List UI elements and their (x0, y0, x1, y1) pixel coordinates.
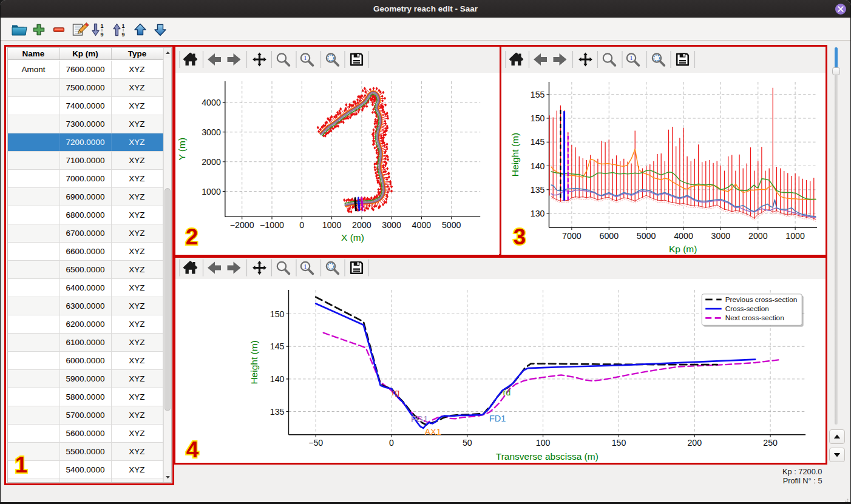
svg-text:4: 4 (186, 437, 199, 461)
svg-text:rd: rd (503, 387, 511, 397)
svg-text:1: 1 (121, 23, 124, 29)
svg-text:130: 130 (530, 209, 544, 218)
svg-text:1000: 1000 (322, 220, 342, 229)
svg-text:FD1: FD1 (489, 413, 506, 423)
svg-text:1: 1 (304, 55, 307, 61)
svg-text:145: 145 (270, 341, 285, 351)
svg-text:140: 140 (530, 161, 544, 170)
svg-text:5000: 5000 (442, 220, 461, 229)
svg-text:−1000: −1000 (260, 220, 284, 229)
svg-text:1: 1 (15, 452, 28, 476)
svg-text:Y (m): Y (m) (177, 137, 187, 160)
svg-text:0: 0 (299, 220, 304, 229)
svg-text:AX1: AX1 (424, 426, 441, 436)
svg-text:2000: 2000 (352, 220, 371, 229)
svg-text:Next cross-section: Next cross-section (725, 314, 784, 322)
svg-text:Transverse abscissa (m): Transverse abscissa (m) (496, 451, 598, 461)
svg-text:9: 9 (100, 32, 103, 38)
svg-text:−2000: −2000 (230, 220, 254, 229)
svg-text:1000: 1000 (202, 186, 221, 196)
svg-text:50: 50 (463, 438, 472, 448)
svg-text:FG1: FG1 (411, 414, 428, 424)
svg-text:2000: 2000 (748, 230, 768, 240)
svg-text:1: 1 (100, 23, 103, 29)
svg-text:4000: 4000 (202, 97, 221, 107)
svg-text:140: 140 (270, 374, 285, 383)
svg-text:1: 1 (304, 263, 307, 270)
svg-text:Previous cross-section: Previous cross-section (725, 295, 798, 303)
svg-text:135: 135 (270, 406, 285, 416)
svg-text:150: 150 (530, 113, 544, 123)
svg-text:250: 250 (763, 438, 778, 448)
svg-text:1000: 1000 (785, 230, 805, 240)
svg-text:3000: 3000 (711, 230, 730, 240)
svg-text:Kp (m): Kp (m) (668, 244, 697, 254)
svg-text:3000: 3000 (202, 127, 221, 136)
svg-text:Cross-section: Cross-section (725, 304, 769, 313)
svg-text:155: 155 (530, 89, 544, 99)
svg-text:Height (m): Height (m) (510, 132, 520, 176)
svg-text:150: 150 (270, 309, 285, 318)
svg-text:7000: 7000 (562, 230, 581, 240)
svg-text:2: 2 (186, 224, 198, 248)
svg-text:Height (m): Height (m) (249, 340, 259, 384)
svg-text:135: 135 (530, 184, 544, 194)
svg-text:145: 145 (530, 137, 544, 147)
svg-text:2000: 2000 (202, 156, 221, 166)
svg-text:rg: rg (392, 387, 400, 397)
svg-text:1: 1 (629, 55, 632, 61)
svg-text:4000: 4000 (674, 230, 693, 240)
svg-text:0: 0 (389, 438, 394, 448)
svg-text:5000: 5000 (636, 230, 656, 240)
svg-text:3000: 3000 (382, 220, 401, 229)
svg-text:X (m): X (m) (341, 232, 364, 243)
svg-text:4000: 4000 (412, 220, 432, 229)
svg-text:−50: −50 (308, 438, 323, 448)
svg-text:6000: 6000 (599, 230, 619, 240)
svg-text:100: 100 (536, 438, 551, 448)
svg-text:9: 9 (121, 32, 124, 38)
svg-text:150: 150 (612, 438, 626, 448)
svg-text:3: 3 (513, 224, 526, 248)
svg-text:200: 200 (687, 438, 702, 448)
